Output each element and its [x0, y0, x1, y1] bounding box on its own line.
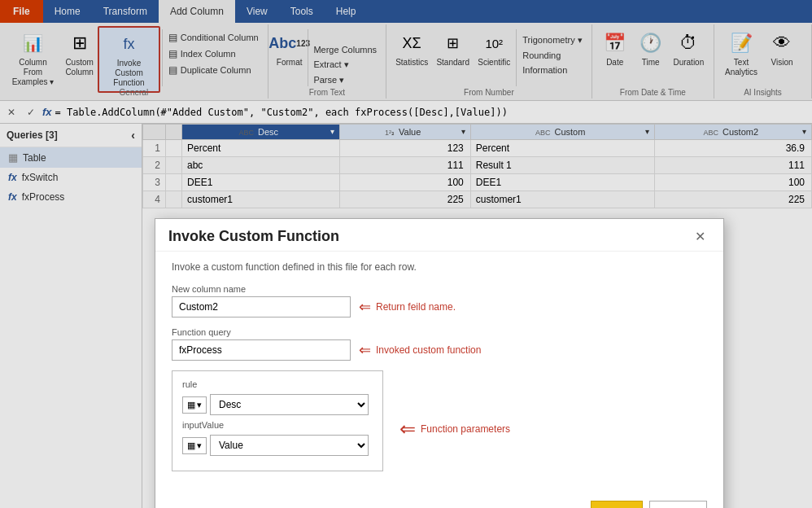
- invoke-custom-function-dialog: Invoke Custom Function ✕ Invoke a custom…: [155, 218, 724, 508]
- dialog-close-button[interactable]: ✕: [690, 227, 710, 246]
- function-params-text: Function parameters: [421, 423, 510, 435]
- dialog-overlay: Invoke Custom Function ✕ Invoke a custom…: [0, 0, 812, 508]
- param-inputvalue-table-icon: ▦: [187, 440, 195, 451]
- dialog-body: Invoke a custom function defined in this…: [155, 252, 723, 493]
- dialog-footer: OK Cancel: [155, 493, 723, 508]
- param-rule-type-btn[interactable]: ▦ ▾: [182, 396, 207, 414]
- invoked-function-text: Invoked custom function: [376, 344, 481, 356]
- param-rule-label: rule: [182, 379, 373, 389]
- annotation-return-field: ⇐ Return feild name.: [359, 298, 456, 316]
- ok-button[interactable]: OK: [591, 501, 642, 508]
- annotation-invoked-function: ⇐ Invoked custom function: [359, 341, 481, 359]
- dialog-title: Invoke Custom Function: [168, 228, 339, 245]
- param-section: rule ▦ ▾ Desc Value Custom Custom2: [172, 370, 383, 471]
- function-query-input[interactable]: [172, 339, 351, 361]
- param-rule-table-icon: ▦: [187, 400, 195, 410]
- param-rule-select[interactable]: Desc Value Custom Custom2: [210, 394, 369, 415]
- return-field-arrow-icon: ⇐: [359, 298, 371, 316]
- param-inputvalue-dropdown-icon: ▾: [197, 440, 202, 451]
- function-params-arrow-icon: ⇐: [399, 418, 416, 440]
- function-query-row: ⇐ Invoked custom function: [172, 339, 707, 361]
- new-column-name-label: New column name: [172, 284, 707, 294]
- cancel-button[interactable]: Cancel: [649, 501, 707, 508]
- annotation-function-params: ⇐ Function parameters: [399, 418, 510, 440]
- new-column-name-row: ⇐ Return feild name.: [172, 296, 707, 318]
- params-section-wrapper: rule ▦ ▾ Desc Value Custom Custom2: [172, 370, 707, 480]
- return-field-text: Return feild name.: [376, 301, 456, 313]
- annotation-params-wrapper: ⇐ Function parameters: [399, 370, 510, 480]
- param-inputvalue-select[interactable]: Value Desc Custom Custom2: [210, 435, 369, 456]
- dialog-title-bar: Invoke Custom Function ✕: [155, 219, 723, 252]
- param-inputvalue-type-btn[interactable]: ▦ ▾: [182, 437, 207, 454]
- dialog-subtitle: Invoke a custom function defined in this…: [172, 261, 707, 273]
- param-rule-dropdown-icon: ▾: [197, 400, 202, 410]
- new-column-name-input[interactable]: [172, 296, 351, 318]
- param-inputvalue-row: ▦ ▾ Value Desc Custom Custom2: [182, 435, 373, 456]
- function-query-label: Function query: [172, 327, 707, 337]
- invoked-function-arrow-icon: ⇐: [359, 341, 371, 359]
- param-inputvalue-label: inputValue: [182, 420, 373, 430]
- param-rule-row: ▦ ▾ Desc Value Custom Custom2: [182, 394, 373, 415]
